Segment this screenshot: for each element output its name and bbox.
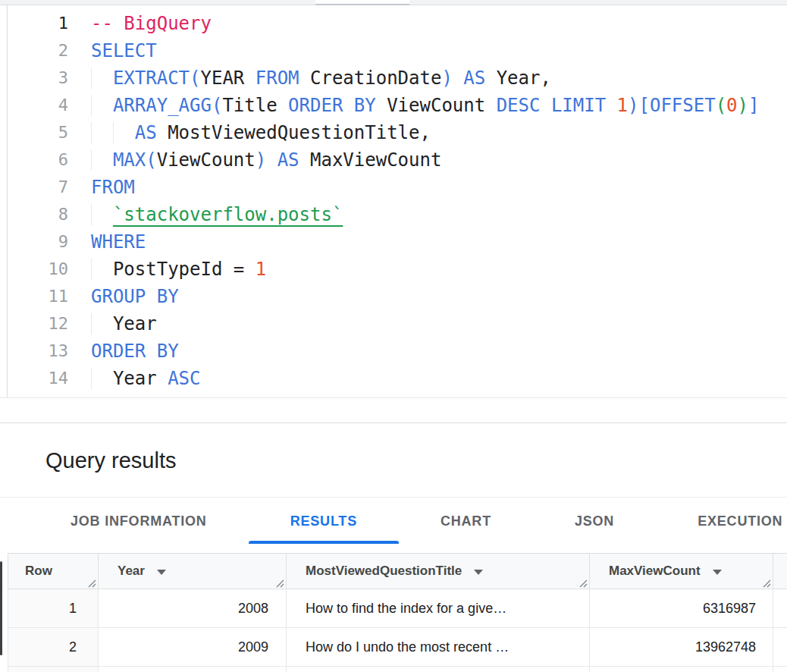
- code-token: (: [716, 95, 726, 116]
- tab-execution-details[interactable]: EXECUTION DETAILS: [656, 498, 787, 544]
- code-token: MaxViewCount: [299, 149, 442, 171]
- code-token: CreationDate: [299, 68, 442, 89]
- line-number: 13: [0, 338, 68, 365]
- tab-label: CHART: [441, 513, 491, 529]
- tab-json[interactable]: JSON: [533, 498, 656, 544]
- code-token: EXTRACT(: [113, 68, 201, 89]
- column-resize-handle[interactable]: [760, 576, 771, 587]
- code-lines: 1-- BigQuery2SELECT3 EXTRACT(YEAR FROM C…: [0, 10, 787, 392]
- table-row-partial: [8, 667, 787, 672]
- indent-guide: [91, 68, 113, 89]
- table-cell: [99, 667, 287, 672]
- line-number: 11: [0, 283, 68, 310]
- code-token: MostViewedQuestionTitle,: [157, 122, 431, 143]
- code-line[interactable]: 3 EXTRACT(YEAR FROM CreationDate) AS Yea…: [0, 64, 787, 92]
- tab-label: JSON: [575, 513, 614, 529]
- code-line[interactable]: 8 `stackoverflow.posts`: [0, 201, 787, 228]
- code-line[interactable]: 12 Year: [0, 310, 787, 338]
- code-token: FROM: [256, 68, 299, 89]
- column-header-label: MostViewedQuestionTitle: [306, 564, 462, 579]
- tab-results[interactable]: RESULTS: [249, 498, 399, 544]
- code-line[interactable]: 4 ARRAY_AGG(Title ORDER BY ViewCount DES…: [0, 92, 787, 119]
- code-token: ): [738, 95, 748, 116]
- table-cell: [773, 628, 787, 666]
- code-text: Year: [68, 310, 157, 338]
- sort-menu-icon[interactable]: [474, 570, 483, 575]
- horizontal-scrollbar-thumb[interactable]: [315, 0, 409, 5]
- code-line[interactable]: 11GROUP BY: [0, 283, 787, 310]
- code-token: ASC: [168, 368, 200, 389]
- code-line[interactable]: 14 Year ASC: [0, 365, 787, 392]
- column-header-label: MaxViewCount: [609, 564, 701, 579]
- results-table: RowYearMostViewedQuestionTitleMaxViewCou…: [8, 553, 787, 672]
- bigquery-console: 1-- BigQuery2SELECT3 EXTRACT(YEAR FROM C…: [0, 0, 787, 672]
- column-resize-handle[interactable]: [274, 576, 284, 587]
- table-cell: 2008: [99, 589, 287, 627]
- code-text: Year ASC: [68, 365, 201, 392]
- column-header-label: Row: [25, 564, 52, 579]
- column-header-row[interactable]: Row: [8, 554, 99, 589]
- code-line[interactable]: 6 MAX(ViewCount) AS MaxViewCount: [0, 146, 787, 174]
- indent-guide: [91, 259, 113, 280]
- table-cell: [287, 667, 590, 672]
- code-token: [266, 149, 277, 171]
- code-token: Year,: [485, 68, 551, 89]
- column-header-partial: [773, 554, 787, 589]
- line-number: 4: [0, 92, 68, 119]
- code-token: ViewCount: [376, 95, 497, 116]
- code-text: PostTypeId = 1: [68, 256, 266, 283]
- tab-job-information[interactable]: JOB INFORMATION: [29, 498, 249, 544]
- code-text: WHERE: [68, 228, 146, 256]
- code-line[interactable]: 13ORDER BY: [0, 338, 787, 365]
- column-resize-handle[interactable]: [577, 576, 588, 587]
- sql-editor[interactable]: 1-- BigQuery2SELECT3 EXTRACT(YEAR FROM C…: [0, 0, 787, 398]
- column-header-label: Year: [118, 564, 145, 579]
- code-token: )[OFFSET: [628, 95, 716, 116]
- code-token: PostTypeId =: [113, 259, 256, 280]
- sort-menu-icon[interactable]: [157, 570, 166, 575]
- code-line[interactable]: 2SELECT: [0, 37, 787, 64]
- code-token: [453, 68, 463, 89]
- code-line[interactable]: 9WHERE: [0, 228, 787, 256]
- code-token: 1: [256, 259, 266, 280]
- column-header-mostviewedquestiontitle[interactable]: MostViewedQuestionTitle: [287, 554, 590, 589]
- code-text: ORDER BY: [68, 338, 179, 365]
- table-header-row: RowYearMostViewedQuestionTitleMaxViewCou…: [8, 553, 787, 589]
- column-header-maxviewcount[interactable]: MaxViewCount: [590, 554, 773, 589]
- code-line[interactable]: 5 AS MostViewedQuestionTitle,: [0, 119, 787, 146]
- table-row: 12008How to find the index for a give…63…: [8, 589, 787, 628]
- results-vertical-scrollbar[interactable]: [0, 561, 2, 655]
- line-number: 14: [0, 365, 68, 392]
- table-cell: [590, 667, 773, 672]
- code-token: ]: [748, 95, 759, 116]
- tab-chart[interactable]: CHART: [399, 498, 533, 544]
- line-number: 5: [0, 119, 68, 146]
- indent-guide: [91, 122, 113, 143]
- code-line[interactable]: 7FROM: [0, 174, 787, 201]
- table-body: 12008How to find the index for a give…63…: [8, 589, 787, 667]
- editor-left-border: [7, 5, 8, 397]
- query-results-header: Query results: [0, 424, 787, 498]
- code-line[interactable]: 10 PostTypeId = 1: [0, 256, 787, 283]
- code-text: -- BigQuery: [68, 10, 212, 37]
- code-token: ORDER BY: [288, 95, 376, 116]
- table-cell: [8, 667, 99, 672]
- code-token: -- BigQuery: [91, 13, 212, 34]
- column-resize-handle[interactable]: [86, 576, 96, 587]
- code-token: 1: [617, 95, 628, 116]
- line-number: 9: [0, 228, 68, 256]
- code-token: ARRAY_AGG(: [113, 95, 223, 116]
- code-line[interactable]: 1-- BigQuery: [0, 10, 787, 37]
- sort-menu-icon[interactable]: [713, 570, 722, 575]
- code-text: GROUP BY: [68, 283, 179, 310]
- indent-guide: [91, 95, 113, 116]
- code-token: ViewCount: [157, 149, 256, 171]
- code-text: SELECT: [68, 37, 157, 64]
- line-number: 3: [0, 64, 68, 92]
- column-header-year[interactable]: Year: [99, 554, 287, 589]
- table-cell: How to find the index for a give…: [287, 589, 590, 627]
- code-token: ): [441, 68, 452, 89]
- table-reference-link[interactable]: `stackoverflow.posts`: [113, 204, 343, 225]
- code-text: FROM: [68, 174, 135, 201]
- tab-label: EXECUTION DETAILS: [698, 513, 787, 529]
